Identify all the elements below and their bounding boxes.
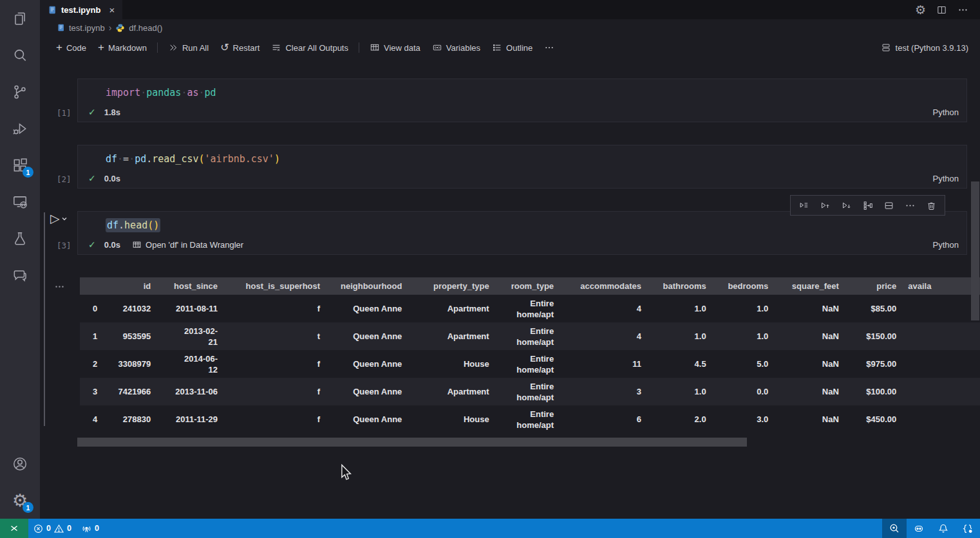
execute-cell-and-below-button[interactable] bbox=[794, 197, 814, 214]
zoom-button[interactable] bbox=[882, 519, 907, 538]
copilot-button[interactable] bbox=[907, 519, 931, 538]
split-cell-button[interactable] bbox=[879, 197, 899, 214]
settings-button[interactable]: ⚙ 1 bbox=[0, 482, 40, 519]
kernel-picker-button[interactable]: test (Python 3.9.13) bbox=[881, 42, 970, 53]
braces-button[interactable] bbox=[956, 519, 980, 538]
search-button[interactable] bbox=[0, 37, 40, 73]
tab-close-icon[interactable]: × bbox=[109, 5, 115, 15]
table-cell: Queen Anne bbox=[328, 350, 410, 378]
outline-button[interactable]: Outline bbox=[486, 39, 538, 56]
column-header: price bbox=[847, 277, 904, 295]
variables-label: Variables bbox=[446, 43, 480, 53]
run-and-debug-button[interactable] bbox=[0, 110, 40, 147]
copilot-icon bbox=[914, 523, 924, 533]
column-header: availa bbox=[904, 277, 980, 295]
breadcrumb-symbol[interactable]: df.head() bbox=[129, 23, 162, 33]
table-header-row: idhost_sincehost_is_superhostneighbourho… bbox=[80, 277, 980, 295]
cell-editor[interactable]: df.head() ✓ 0.0s Open 'df' in Data Wrang… bbox=[77, 211, 967, 255]
braces-icon bbox=[963, 523, 973, 533]
horizontal-scrollbar[interactable] bbox=[77, 438, 747, 447]
table-cell: 4 bbox=[561, 295, 649, 322]
table-cell: 2013-11-06 bbox=[158, 378, 225, 405]
cell-editor[interactable]: import·pandas·as·pd ✓ 1.8s Python bbox=[77, 79, 967, 122]
delete-cell-button[interactable] bbox=[921, 197, 941, 214]
editor-actions: ⚙ bbox=[915, 0, 980, 19]
cell-focus-indicator bbox=[44, 212, 45, 426]
editor-area: test.ipynb × ⚙ test.ipynb › df.head() + … bbox=[40, 0, 980, 519]
open-in-data-wrangler-button[interactable]: Open 'df' in Data Wrangler bbox=[132, 240, 243, 250]
beaker-icon bbox=[12, 230, 28, 247]
table-cell: 3308979 bbox=[105, 350, 158, 378]
cell-gutter: [1] bbox=[40, 79, 77, 122]
table-cell: t bbox=[225, 322, 328, 350]
source-control-button[interactable] bbox=[0, 73, 40, 110]
split-editor-icon[interactable] bbox=[936, 5, 947, 15]
notebook-icon bbox=[48, 5, 57, 15]
toolbar-more-button[interactable] bbox=[538, 39, 560, 56]
add-markdown-button[interactable]: + Markdown bbox=[92, 39, 153, 56]
cell-language[interactable]: Python bbox=[933, 174, 959, 183]
testing-button[interactable] bbox=[0, 220, 40, 257]
code-token: as bbox=[187, 87, 198, 98]
run-all-button[interactable]: Run All bbox=[162, 39, 214, 56]
tab-test-ipynb[interactable]: test.ipynb × bbox=[40, 0, 122, 19]
problems-button[interactable]: 0 0 bbox=[28, 519, 77, 538]
view-data-button[interactable]: View data bbox=[364, 39, 426, 56]
extensions-button[interactable]: 1 bbox=[0, 147, 40, 183]
more-actions-icon[interactable] bbox=[957, 5, 968, 15]
table-cell: 2.0 bbox=[649, 405, 714, 433]
code-token: · bbox=[140, 87, 146, 98]
code-token: pandas bbox=[146, 87, 181, 98]
restart-button[interactable]: ↺ Restart bbox=[214, 39, 265, 56]
view-data-label: View data bbox=[384, 43, 420, 53]
code-token: import bbox=[106, 87, 140, 98]
code-token: . bbox=[118, 219, 124, 231]
table-cell: $100.00 bbox=[847, 378, 904, 405]
cell-language[interactable]: Python bbox=[933, 240, 959, 250]
execution-count: [1] bbox=[57, 108, 71, 118]
clear-all-outputs-button[interactable]: Clear All Outputs bbox=[265, 39, 354, 56]
notifications-button[interactable] bbox=[931, 519, 956, 538]
join-cells-button[interactable] bbox=[858, 197, 878, 214]
cell-language[interactable]: Python bbox=[933, 107, 959, 117]
explorer-button[interactable] bbox=[0, 0, 40, 37]
table-cell: f bbox=[225, 405, 328, 433]
variables-button[interactable]: Variables bbox=[426, 39, 486, 56]
table-cell bbox=[904, 405, 980, 433]
code-token: · bbox=[129, 153, 135, 165]
table-cell: 1.0 bbox=[714, 295, 777, 322]
execute-cell-and-below-arrow-button[interactable] bbox=[836, 197, 856, 214]
cell-editor[interactable]: df·=·pd.read_csv('airbnb.csv') ✓ 0.0s Py… bbox=[77, 145, 967, 189]
warning-icon bbox=[54, 524, 64, 533]
breadcrumb-file[interactable]: test.ipynb bbox=[69, 23, 105, 33]
execute-above-icon bbox=[820, 200, 831, 211]
column-header: host_is_superhost bbox=[225, 277, 328, 295]
execute-below-icon bbox=[841, 200, 852, 211]
table-cell: f bbox=[225, 350, 328, 378]
vertical-scrollbar[interactable] bbox=[971, 181, 979, 320]
table-cell: 4.5 bbox=[649, 350, 714, 378]
table-row: 02410322011-08-11fQueen AnneApartmentEnt… bbox=[80, 295, 980, 322]
code-line[interactable]: df·=·pd.read_csv('airbnb.csv') bbox=[78, 145, 966, 170]
account-button[interactable] bbox=[0, 445, 40, 482]
selection-highlight: df.head() bbox=[106, 218, 160, 232]
cell-status-bar: ✓ 0.0s Open 'df' in Data Wrangler Python bbox=[78, 236, 966, 254]
gear-icon[interactable]: ⚙ bbox=[915, 4, 926, 16]
cell-more-actions-button[interactable] bbox=[900, 197, 920, 214]
comments-button[interactable] bbox=[0, 257, 40, 293]
execute-above-cells-button[interactable] bbox=[815, 197, 835, 214]
zoom-in-icon bbox=[889, 523, 900, 533]
remote-explorer-icon bbox=[12, 194, 28, 210]
table-cell: f bbox=[225, 378, 328, 405]
code-line[interactable]: import·pandas·as·pd bbox=[78, 79, 966, 104]
run-cell-button[interactable]: ▷ bbox=[50, 212, 68, 225]
add-code-button[interactable]: + Code bbox=[50, 39, 92, 56]
tab-bar: test.ipynb × ⚙ bbox=[40, 0, 980, 19]
remote-indicator[interactable] bbox=[0, 519, 28, 538]
table-cell: House bbox=[410, 405, 496, 433]
output-more-actions-icon[interactable] bbox=[54, 281, 65, 292]
ports-button[interactable]: 0 bbox=[77, 519, 104, 538]
join-cells-icon bbox=[862, 200, 873, 211]
remote-explorer-button[interactable] bbox=[0, 183, 40, 220]
table-cell: Apartment bbox=[410, 322, 496, 350]
